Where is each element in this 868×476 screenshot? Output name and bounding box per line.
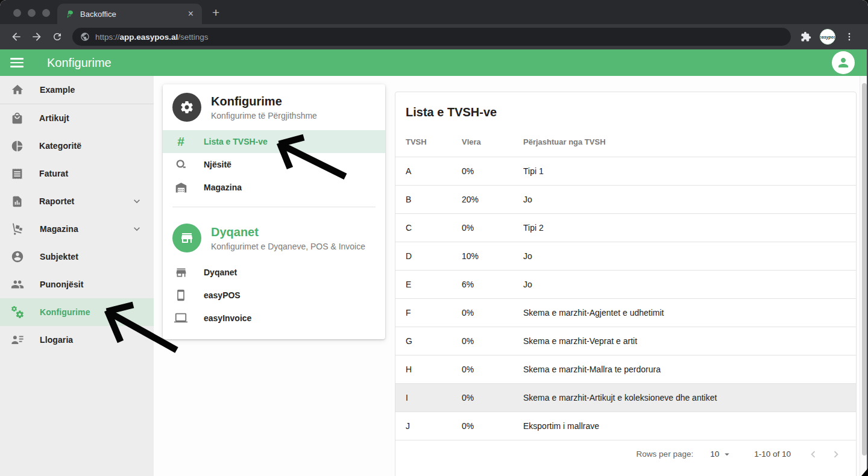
browser-window: Backoffice × + https://app.easypos.al/se… bbox=[0, 0, 868, 476]
back-button[interactable] bbox=[6, 27, 27, 47]
storefront-icon bbox=[175, 266, 187, 279]
address-bar[interactable]: https://app.easypos.al/settings bbox=[72, 28, 791, 46]
table-header-row: TVSH Vlera Përjashtuar nga TVSH bbox=[395, 128, 856, 157]
browser-menu-kebab-icon[interactable] bbox=[839, 27, 860, 47]
hash-icon: # bbox=[177, 134, 184, 149]
table-row[interactable]: F0%Skema e marzhit-Agjentet e udhetimit bbox=[395, 298, 856, 327]
pagination-bar: Rows per page: 10 1-10 of 10 bbox=[395, 440, 856, 468]
sidebar-item-subjektet[interactable]: Subjektet bbox=[0, 243, 154, 271]
report-file-icon bbox=[11, 195, 24, 208]
extensions-puzzle-icon[interactable] bbox=[796, 27, 816, 47]
section-title: Konfigurime bbox=[211, 95, 317, 108]
settings-nav-card: Konfigurime Konfigurime të Përgjithshme … bbox=[163, 84, 385, 339]
reload-button[interactable] bbox=[47, 27, 68, 47]
url-text: https://app.easypos.al/settings bbox=[95, 33, 209, 42]
sidebar-item-punonjesit[interactable]: Punonjësit bbox=[0, 271, 154, 298]
sidebar-item-kategorite[interactable]: Kategoritë bbox=[0, 132, 154, 160]
shops-settings-header: Dyqanet Konfigurimet e Dyqaneve, POS & I… bbox=[163, 215, 385, 261]
table-row[interactable]: D10%Jo bbox=[395, 242, 856, 270]
browser-toolbar: https://app.easypos.al/settings easypos bbox=[0, 24, 868, 49]
table-row[interactable]: G0%Skema e marzhit-Veprat e artit bbox=[395, 327, 856, 355]
column-header-perjashtuar: Përjashtuar nga TVSH bbox=[523, 128, 856, 157]
sidebar: Example Artikujt Kategoritë Faturat Rapo… bbox=[0, 76, 154, 476]
forward-button[interactable] bbox=[27, 27, 47, 47]
receipt-icon bbox=[11, 168, 24, 180]
table-row[interactable]: A0%Tipi 1 bbox=[395, 157, 856, 185]
minimize-window-button[interactable] bbox=[28, 9, 36, 17]
section-subtitle: Konfigurime të Përgjithshme bbox=[211, 111, 317, 121]
hand-trolley-icon bbox=[11, 222, 24, 236]
shopping-bag-icon bbox=[11, 112, 24, 125]
gears-icon bbox=[11, 305, 24, 319]
units-icon bbox=[175, 158, 187, 171]
next-page-button[interactable] bbox=[829, 448, 843, 461]
sidebar-item-faturat[interactable]: Faturat bbox=[0, 160, 154, 187]
maximize-window-button[interactable] bbox=[42, 9, 50, 17]
people-icon bbox=[11, 278, 24, 291]
chevron-right-icon bbox=[829, 448, 843, 461]
account-list-icon bbox=[11, 333, 24, 346]
nav-item-lista-e-tvsh-ve[interactable]: # Lista e TVSH-ve bbox=[163, 130, 385, 153]
table-row[interactable]: H0%Skema e marzhit-Mallra te perdorura bbox=[395, 355, 856, 383]
chevron-down-icon bbox=[131, 195, 143, 207]
page-title: Konfigurime bbox=[47, 56, 112, 70]
caret-down-icon bbox=[722, 449, 732, 460]
scrollbar-thumb[interactable] bbox=[862, 83, 867, 456]
nav-item-magazina[interactable]: Magazina bbox=[163, 176, 385, 199]
table-row[interactable]: C0%Tipi 2 bbox=[395, 213, 856, 242]
tab-title: Backoffice bbox=[80, 10, 180, 19]
section-title: Dyqanet bbox=[211, 225, 365, 239]
pie-chart-icon bbox=[11, 140, 24, 152]
tab-strip: Backoffice × + bbox=[0, 0, 868, 24]
store-avatar bbox=[172, 224, 201, 252]
sidebar-item-konfigurime[interactable]: Konfigurime bbox=[0, 298, 154, 326]
card-divider bbox=[172, 207, 376, 207]
new-tab-button[interactable]: + bbox=[212, 5, 219, 20]
sidebar-item-raportet[interactable]: Raportet bbox=[0, 187, 154, 215]
gear-icon bbox=[180, 100, 194, 114]
close-tab-icon[interactable]: × bbox=[186, 9, 196, 19]
browser-profile-avatar[interactable]: easypos bbox=[820, 29, 835, 45]
general-settings-header: Konfigurime Konfigurime të Përgjithshme bbox=[163, 84, 385, 130]
chevron-left-icon bbox=[807, 448, 820, 461]
column-header-vlera: Vlera bbox=[462, 128, 523, 157]
nav-item-njesite[interactable]: Njësitë bbox=[163, 153, 385, 176]
table-row[interactable]: B20%Jo bbox=[395, 185, 856, 213]
vat-table: TVSH Vlera Përjashtuar nga TVSH A0%Tipi … bbox=[395, 128, 856, 440]
app-bar: Konfigurime bbox=[0, 49, 868, 76]
person-icon bbox=[836, 55, 851, 70]
section-subtitle: Konfigurimet e Dyqaneve, POS & Invoice bbox=[211, 242, 365, 251]
vat-list-title: Lista e TVSH-ve bbox=[395, 92, 856, 128]
home-icon bbox=[11, 83, 24, 96]
rows-per-page-select[interactable]: 10 bbox=[710, 449, 732, 460]
site-info-globe-icon[interactable] bbox=[80, 32, 90, 42]
smartphone-icon bbox=[175, 289, 187, 301]
window-controls[interactable] bbox=[13, 9, 50, 17]
user-avatar-button[interactable] bbox=[832, 51, 855, 74]
column-header-tvsh: TVSH bbox=[395, 128, 462, 157]
warehouse-icon bbox=[175, 181, 187, 194]
table-row-highlighted[interactable]: I0%Skema e marzhit-Artikujt e koleksione… bbox=[395, 383, 856, 412]
storefront-icon bbox=[180, 231, 194, 245]
sidebar-item-artikujt[interactable]: Artikujt bbox=[0, 104, 154, 132]
nav-item-easypos[interactable]: easyPOS bbox=[163, 284, 385, 307]
main-content: Konfigurime Konfigurime të Përgjithshme … bbox=[154, 76, 868, 476]
nav-item-easyinvoice[interactable]: easyInvoice bbox=[163, 307, 385, 330]
account-circle-icon bbox=[11, 250, 24, 263]
vat-list-card: Lista e TVSH-ve TVSH Vlera Përjashtuar n… bbox=[395, 92, 857, 476]
chevron-down-icon bbox=[131, 223, 143, 235]
close-window-button[interactable] bbox=[13, 9, 21, 17]
rows-per-page-label: Rows per page: bbox=[637, 449, 694, 459]
pagination-range-label: 1-10 of 10 bbox=[754, 449, 791, 459]
sidebar-item-llogaria[interactable]: Llogaria bbox=[0, 326, 154, 354]
previous-page-button[interactable] bbox=[807, 448, 820, 461]
sidebar-item-magazina[interactable]: Magazina bbox=[0, 215, 154, 243]
hamburger-menu-icon[interactable] bbox=[10, 58, 24, 67]
easypos-logo-icon bbox=[65, 9, 75, 19]
sidebar-item-example[interactable]: Example bbox=[0, 76, 154, 104]
laptop-icon bbox=[174, 312, 187, 325]
browser-tab[interactable]: Backoffice × bbox=[57, 4, 202, 24]
table-row[interactable]: E6%Jo bbox=[395, 270, 856, 298]
table-row[interactable]: J0%Eksportim i mallrave bbox=[395, 412, 856, 440]
nav-item-dyqanet[interactable]: Dyqanet bbox=[163, 261, 385, 284]
